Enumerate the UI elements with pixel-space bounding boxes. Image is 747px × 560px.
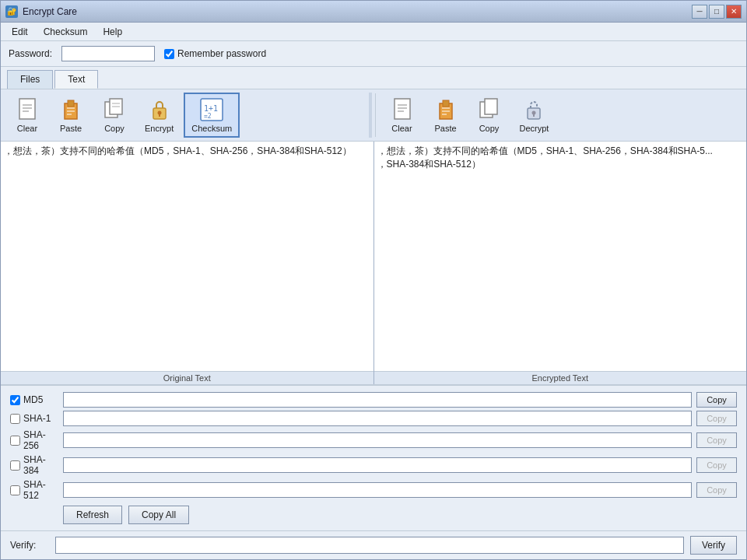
hash-row-md5: MD5 Copy: [10, 392, 737, 408]
main-content: Clear Paste: [1, 89, 746, 559]
right-pane: ，想法，茶）支持不同的哈希值（MD5，SHA-1、SHA-256，SHA-384…: [374, 142, 747, 384]
left-clear-label: Clear: [17, 124, 37, 133]
window-controls: ─ □ ✕: [692, 5, 742, 19]
sha384-checkbox[interactable]: [10, 460, 20, 471]
verify-label: Verify:: [10, 540, 49, 551]
tab-files[interactable]: Files: [7, 70, 53, 89]
encrypt-icon: [147, 97, 172, 122]
right-copy-button[interactable]: Copy: [469, 93, 510, 137]
sha384-copy-button[interactable]: Copy: [696, 457, 737, 473]
original-text-area[interactable]: ，想法，茶）支持不同的哈希值（MD5，SHA-1、SHA-256，SHA-384…: [1, 142, 374, 371]
main-window: 🔐 Encrypt Care ─ □ ✕ Edit Checksum Help …: [0, 0, 747, 560]
md5-checkbox[interactable]: [10, 395, 20, 405]
sha256-copy-button[interactable]: Copy: [696, 432, 737, 448]
encrypted-text-area[interactable]: ，想法，茶）支持不同的哈希值（MD5，SHA-1、SHA-256，SHA-384…: [374, 142, 747, 371]
right-paste-button[interactable]: Paste: [426, 93, 466, 137]
svg-text:1+1: 1+1: [204, 104, 218, 113]
md5-copy-button[interactable]: Copy: [696, 392, 737, 408]
password-toolbar: Password: Remember password: [1, 41, 746, 67]
left-copy-button[interactable]: Copy: [94, 93, 135, 137]
sha256-input[interactable]: [63, 432, 692, 448]
verify-input[interactable]: [55, 537, 684, 554]
refresh-button[interactable]: Refresh: [63, 506, 122, 524]
tab-text[interactable]: Text: [54, 70, 98, 89]
text-editors: ，想法，茶）支持不同的哈希值（MD5，SHA-1、SHA-256，SHA-384…: [1, 142, 746, 385]
right-paste-label: Paste: [434, 124, 456, 133]
right-copy-label: Copy: [479, 124, 500, 133]
svg-rect-32: [533, 114, 535, 117]
titlebar: 🔐 Encrypt Care ─ □ ✕: [1, 1, 746, 23]
editor-section: Clear Paste: [1, 89, 746, 385]
remember-label: Remember password: [177, 48, 266, 59]
window-title: Encrypt Care: [23, 6, 692, 17]
remember-checkbox[interactable]: [164, 49, 174, 59]
maximize-button[interactable]: □: [709, 5, 724, 19]
left-icon-toolbar: Clear Paste: [7, 93, 366, 138]
svg-rect-19: [395, 99, 410, 119]
right-clear-icon: [390, 97, 415, 122]
left-clear-button[interactable]: Clear: [7, 93, 47, 137]
menubar: Edit Checksum Help: [1, 23, 746, 41]
sha384-input[interactable]: [63, 457, 692, 473]
checksum-label: Checksum: [191, 124, 232, 133]
menu-checksum[interactable]: Checksum: [36, 25, 96, 39]
svg-rect-29: [485, 99, 497, 114]
verify-section: Verify: Verify: [1, 530, 746, 559]
sha512-checkbox[interactable]: [10, 485, 20, 495]
clear-icon: [15, 97, 40, 122]
menu-edit[interactable]: Edit: [4, 25, 36, 39]
minimize-button[interactable]: ─: [692, 5, 707, 19]
hash-row-sha512: SHA-512 Copy: [10, 479, 737, 501]
svg-rect-5: [68, 100, 74, 107]
hash-section: MD5 Copy SHA-1 Copy SHA-256: [1, 385, 746, 530]
svg-rect-15: [159, 114, 160, 117]
right-pane-label: Encrypted Text: [374, 371, 747, 384]
app-icon: 🔐: [5, 5, 18, 18]
sha256-label: SHA-256: [10, 429, 58, 451]
left-pane-label: Original Text: [1, 371, 374, 384]
svg-text:=2: =2: [204, 113, 212, 120]
decrypt-button[interactable]: Decrypt: [513, 93, 556, 137]
sha512-label: SHA-512: [10, 479, 58, 501]
password-input[interactable]: [61, 46, 155, 61]
sha256-checkbox[interactable]: [10, 436, 20, 446]
decrypt-icon: [521, 97, 546, 122]
icon-toolbar: Clear Paste: [1, 89, 746, 142]
hash-row-sha1: SHA-1 Copy: [10, 411, 737, 426]
copy-all-button[interactable]: Copy All: [128, 506, 189, 524]
right-clear-button[interactable]: Clear: [382, 93, 423, 137]
sha512-copy-button[interactable]: Copy: [696, 482, 737, 498]
left-copy-label: Copy: [104, 124, 124, 133]
checksum-icon: 1+1 =2: [199, 97, 224, 122]
copy-icon: [102, 97, 127, 122]
md5-input[interactable]: [63, 392, 692, 408]
password-label: Password:: [9, 48, 52, 59]
sha1-input[interactable]: [63, 411, 692, 426]
sha512-input[interactable]: [63, 482, 692, 498]
right-paste-icon: [433, 97, 458, 122]
verify-button[interactable]: Verify: [690, 536, 737, 555]
encrypt-button[interactable]: Encrypt: [138, 93, 181, 137]
sha1-copy-button[interactable]: Copy: [696, 411, 737, 426]
md5-label: MD5: [10, 394, 58, 405]
paste-icon: [58, 97, 83, 122]
checksum-button[interactable]: 1+1 =2 Checksum: [184, 93, 240, 138]
right-icon-toolbar: Clear Paste: [375, 93, 741, 137]
sha1-checkbox[interactable]: [10, 414, 20, 424]
sha1-label: SHA-1: [10, 413, 58, 424]
right-clear-label: Clear: [391, 124, 412, 133]
remember-area: Remember password: [164, 48, 266, 59]
sha384-label: SHA-384: [10, 454, 58, 476]
left-pane: ，想法，茶）支持不同的哈希值（MD5，SHA-1、SHA-256，SHA-384…: [1, 142, 374, 384]
tabs-area: Files Text: [1, 67, 746, 89]
close-button[interactable]: ✕: [726, 5, 742, 19]
encrypt-label: Encrypt: [145, 124, 174, 133]
svg-rect-24: [443, 100, 449, 107]
hash-row-sha384: SHA-384 Copy: [10, 454, 737, 476]
hash-row-sha256: SHA-256 Copy: [10, 429, 737, 451]
right-copy-icon: [477, 97, 502, 122]
left-paste-button[interactable]: Paste: [51, 93, 91, 137]
decrypt-label: Decrypt: [520, 124, 549, 133]
left-paste-label: Paste: [60, 124, 82, 133]
menu-help[interactable]: Help: [95, 25, 130, 39]
